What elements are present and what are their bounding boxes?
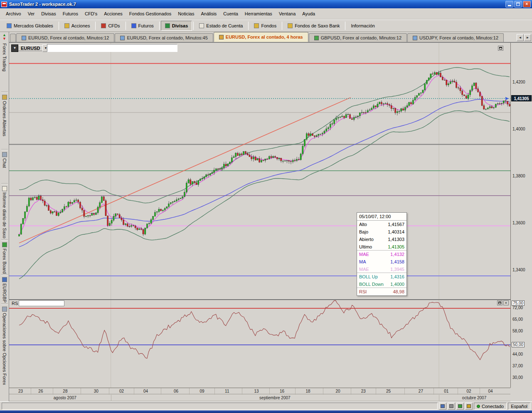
tab-scroll-left-button[interactable]: ◄ <box>517 34 524 41</box>
tooltip-row-value: 1,40314 <box>388 229 404 234</box>
chart-restore-button[interactable] <box>498 46 503 51</box>
price-axis-label: 1,4000 <box>512 127 525 131</box>
toolbar-button-fondos-de-saxo-bank[interactable]: Fondos de Saxo Bank <box>283 21 344 31</box>
candle-body <box>196 183 197 185</box>
tab-stub[interactable] <box>10 34 16 42</box>
candle-body <box>93 213 94 214</box>
menu-item-futuros[interactable]: Futuros <box>59 10 81 18</box>
rsi-close-button[interactable]: × <box>503 300 509 305</box>
candle-body <box>38 196 39 200</box>
toolbar-button-mercados-globales[interactable]: Mercados Globales <box>2 21 57 31</box>
candle-body <box>471 86 473 90</box>
chart-toolbar-input[interactable] <box>47 44 177 52</box>
candle-body <box>452 81 453 82</box>
toolbar-button-información[interactable]: Información <box>347 21 379 31</box>
toolbar-button-acciones[interactable]: Acciones <box>60 21 94 31</box>
language-panel[interactable]: Español <box>508 403 530 410</box>
menu-item-ayuda[interactable]: Ayuda <box>299 10 318 18</box>
candle-body <box>123 220 124 225</box>
rsi-input[interactable] <box>19 300 64 306</box>
instrument-menu-button[interactable]: ▼ <box>11 44 18 52</box>
menu-item-cuenta[interactable]: Cuenta <box>220 10 241 18</box>
menu-item-acciones[interactable]: Acciones <box>101 10 126 18</box>
sidebar-item-chat[interactable]: Chat <box>2 151 7 182</box>
maximize-button[interactable] <box>514 1 522 7</box>
candle-body <box>227 164 229 166</box>
menu-item-fondos-gestionados[interactable]: Fondos Gestionados <box>126 10 175 18</box>
toolbar-button-estado-de-cuenta[interactable]: Estado de Cuenta <box>195 21 247 31</box>
main-chart[interactable] <box>9 43 510 300</box>
menu-item-análisis[interactable]: Análisis <box>197 10 220 18</box>
restore-icon <box>499 47 502 49</box>
candle-body <box>46 205 47 206</box>
candle-body <box>261 160 262 162</box>
sidebar-item-operaciones-sobre-opciones-forex[interactable]: Operaciones sobre Opciones Forex <box>2 305 7 385</box>
tab-scroll-right-button[interactable]: ► <box>524 34 531 41</box>
status-hourglass-icon[interactable] <box>448 403 455 410</box>
rsi-restore-button[interactable] <box>497 300 502 305</box>
close-button[interactable]: × <box>523 1 531 7</box>
candle-body <box>503 101 504 103</box>
chart-tab-icon <box>219 35 224 39</box>
tab-eurusd-forex-al-contado-minutos-45[interactable]: EURUSD, Forex al contado, Minutos:45 <box>115 33 213 42</box>
chart-window: ▼ EURUSD ▼ 1,42001,40001,38001,36001,340… <box>9 42 532 401</box>
toolbar-label: Acciones <box>71 23 90 28</box>
toolbar-button-cfds[interactable]: CFDs <box>97 21 124 31</box>
candle-body <box>273 156 274 157</box>
candle-body <box>137 228 138 230</box>
menu-item-cfd-s[interactable]: CFD's <box>81 10 101 18</box>
tab-usdjpy-forex-al-contado-minutos-12[interactable]: USDJPY, Forex al contado, Minutos:12 <box>407 33 504 42</box>
price-axis-label: 1,3600 <box>512 221 525 225</box>
candle-body <box>268 157 270 159</box>
tooltip-row-label: Alto <box>359 222 367 227</box>
symbol-label: EURUSD <box>18 45 42 51</box>
menu-item-herramientas[interactable]: Herramientas <box>241 10 276 18</box>
tab-eurusd-forex-al-contado-4-horas[interactable]: EURUSD, Forex al contado, 4 horas <box>214 32 308 42</box>
minimize-button[interactable] <box>505 1 513 7</box>
candle-body <box>180 198 181 199</box>
date-tick: 28 <box>63 389 67 393</box>
sidebar-item-forex-board[interactable]: Forex Board <box>2 241 7 274</box>
date-tick: 13 <box>254 389 259 393</box>
candle-body <box>493 107 494 108</box>
sidebar-item-informe-diario-de-saxo[interactable]: Informe diario de Saxo <box>2 185 7 238</box>
sidebar-item-ordenes-abiertas[interactable]: Ordenes Abiertas <box>2 93 7 148</box>
date-cell-border <box>480 388 480 395</box>
date-axis[interactable]: 23262830020406091113161820232527010204 <box>9 388 510 394</box>
date-cell-border <box>53 388 53 395</box>
status-lock-icon[interactable] <box>465 403 473 410</box>
menu-item-ventana[interactable]: Ventana <box>276 10 299 18</box>
tab-gbpusd-forex-al-contado-minutos-12[interactable]: GBPUSD, Forex al contado, Minutos:12 <box>309 33 407 42</box>
sidebar-item-eurgbp[interactable]: EURGBP <box>2 276 7 302</box>
toolbar-button-divisas[interactable]: Divisas <box>161 21 192 31</box>
candle-body <box>154 212 155 216</box>
rsi-label: RS <box>12 301 18 306</box>
candle-body <box>444 80 445 80</box>
up-down-arrows-icon[interactable]: ▲ ▼ <box>2 32 6 42</box>
menu-item-ver[interactable]: Ver <box>25 10 38 18</box>
sidebar-separator <box>1 183 8 184</box>
toolbar-button-fondos[interactable]: Fondos <box>250 21 281 31</box>
candle-body <box>99 203 101 207</box>
menu-item-divisas[interactable]: Divisas <box>38 10 59 18</box>
candle-body <box>209 174 211 175</box>
sidebar-item-forex-trading[interactable]: Forex Trading <box>2 42 7 91</box>
candle-body <box>28 198 30 206</box>
title-bar[interactable]: SaxoTrader 2 - workspace.ok.7 × <box>0 0 532 8</box>
rsi-chart[interactable] <box>9 300 510 388</box>
tab-eurusd-forex-al-contado-minutos-12[interactable]: EURUSD, Forex al contado, Minutos:12 <box>16 33 114 42</box>
price-axis[interactable]: 1,42001,40001,38001,36001,34001,4130575,… <box>510 43 532 388</box>
menu-item-noticias[interactable]: Noticias <box>175 10 197 18</box>
tooltip-row-label: MAE <box>359 267 369 272</box>
toolbar-separator <box>59 22 59 30</box>
candle-body <box>153 216 154 219</box>
toolbar-button-futuros[interactable]: Futuros <box>127 21 158 31</box>
status-monitor-icon[interactable] <box>439 403 446 410</box>
candle-body <box>172 202 173 202</box>
restore-icon <box>498 302 501 304</box>
menu-item-archivo[interactable]: Archivo <box>2 10 25 18</box>
candle-body <box>121 218 122 220</box>
hourglass-icon <box>449 404 453 408</box>
candle-body <box>308 134 309 136</box>
status-connection-icon[interactable] <box>456 403 464 410</box>
